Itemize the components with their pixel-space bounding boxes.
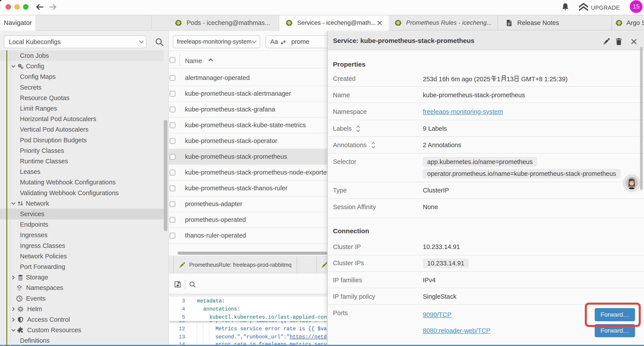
- svg-text:HELM: HELM: [18, 308, 23, 310]
